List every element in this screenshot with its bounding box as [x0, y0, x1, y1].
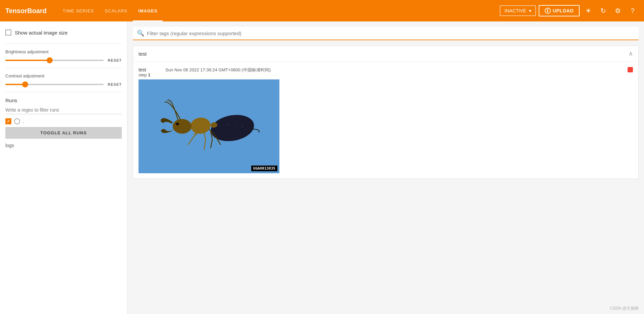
image-timestamp: Sun Nov 06 2022 17:36:24 GMT+0800 (中国标准时… [165, 67, 271, 73]
contrast-slider-thumb[interactable] [22, 81, 28, 87]
run-radio[interactable] [14, 118, 20, 124]
nav-time-series[interactable]: TIME SERIES [57, 0, 99, 21]
contrast-label: Contrast adjustment [5, 73, 122, 78]
settings-icon: ⚙ [615, 7, 621, 15]
image-step-value: 1 [148, 72, 150, 77]
image-card-body: test step 1 Sun Nov 06 2022 17:36:24 GMT… [133, 62, 638, 179]
image-step-label: step 1 [139, 72, 165, 77]
image-tag-label: test [139, 67, 165, 72]
brightness-reset-button[interactable]: RESET [108, 58, 122, 62]
brightness-icon-button[interactable]: ☀ [582, 5, 594, 17]
svg-point-15 [226, 124, 228, 126]
refresh-icon: ↻ [600, 7, 606, 15]
upload-info-icon: ℹ [545, 8, 551, 14]
svg-point-4 [176, 123, 179, 125]
logs-label: logs [5, 143, 122, 148]
brightness-section: Brightness adjustment RESET [5, 49, 122, 68]
main-layout: Show actual image size Brightness adjust… [0, 21, 644, 314]
image-color-dot [628, 67, 633, 72]
help-icon: ? [631, 7, 634, 15]
image-section-title: test [139, 51, 147, 57]
show-image-size-label: Show actual image size [15, 30, 68, 36]
search-icon: 🔍 [137, 29, 144, 37]
contrast-reset-button[interactable]: RESET [108, 82, 122, 86]
nav-images[interactable]: IMAGES [133, 0, 163, 21]
svg-point-17 [242, 126, 243, 127]
status-dropdown[interactable]: INACTIVE ▾ [500, 5, 536, 16]
help-button[interactable]: ? [627, 5, 639, 17]
image-card-header: test ∧ [133, 46, 638, 62]
run-checkbox[interactable] [5, 118, 11, 124]
tag-filter-input[interactable] [147, 30, 635, 36]
brightness-slider-row: RESET [5, 58, 122, 62]
brightness-slider-fill [5, 60, 50, 61]
upload-button[interactable]: ℹ UPLOAD [539, 5, 580, 16]
image-display: UGA0013035 [139, 79, 279, 173]
show-image-size-checkbox[interactable] [5, 29, 11, 36]
show-image-size-section: Show actual image size [5, 27, 122, 44]
image-label: UGA0013035 [251, 166, 277, 171]
status-label: INACTIVE [504, 8, 526, 13]
nav-links: TIME SERIES SCALARS IMAGES [57, 0, 500, 21]
footer-credit: CSDN @王揭搏 [610, 306, 639, 311]
run-dot-label: . [23, 119, 24, 124]
show-image-size-toggle[interactable]: Show actual image size [5, 27, 122, 38]
svg-point-3 [173, 119, 192, 134]
run-item: . [5, 118, 122, 124]
ant-svg [139, 79, 279, 173]
runs-filter-input[interactable] [5, 106, 122, 114]
toggle-all-runs-button[interactable]: TOGGLE ALL RUNS [5, 127, 122, 139]
brightness-slider-track[interactable] [5, 60, 104, 61]
filter-bar: 🔍 [133, 27, 639, 40]
svg-point-16 [235, 122, 237, 123]
image-timestamp-container: Sun Nov 06 2022 17:36:24 GMT+0800 (中国标准时… [165, 67, 625, 73]
image-meta-row: test step 1 Sun Nov 06 2022 17:36:24 GMT… [139, 67, 633, 77]
main-content: 🔍 test ∧ test step 1 Sun [127, 21, 644, 314]
brightness-icon: ☀ [585, 7, 591, 15]
dropdown-arrow-icon: ▾ [529, 8, 531, 13]
upload-label: UPLOAD [553, 8, 574, 13]
contrast-slider-row: RESET [5, 82, 122, 86]
settings-button[interactable]: ⚙ [612, 5, 624, 17]
image-tag-step: test step 1 [139, 67, 165, 77]
contrast-slider-track[interactable] [5, 84, 104, 85]
runs-title: Runs [5, 98, 122, 103]
image-section-card: test ∧ test step 1 Sun Nov 06 2022 17:36… [133, 46, 639, 179]
brightness-slider-thumb[interactable] [47, 57, 53, 63]
nav-scalars[interactable]: SCALARS [99, 0, 133, 21]
topnav-right: INACTIVE ▾ ℹ UPLOAD ☀ ↻ ⚙ ? [500, 5, 639, 17]
topnav: TensorBoard TIME SERIES SCALARS IMAGES I… [0, 0, 644, 21]
app-logo: TensorBoard [5, 7, 47, 15]
sidebar: Show actual image size Brightness adjust… [0, 21, 127, 314]
contrast-section: Contrast adjustment RESET [5, 73, 122, 92]
collapse-icon[interactable]: ∧ [629, 50, 633, 57]
refresh-button[interactable]: ↻ [597, 5, 609, 17]
runs-section: Runs . TOGGLE ALL RUNS logs [5, 98, 122, 153]
brightness-label: Brightness adjustment [5, 49, 122, 54]
